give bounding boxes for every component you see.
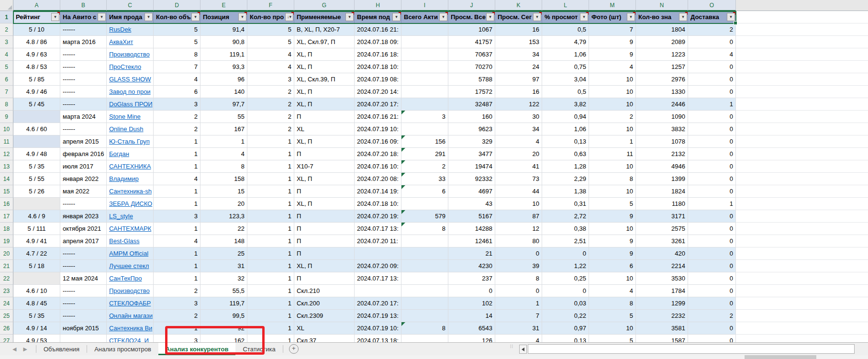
cell-J25[interactable]: 14 [448,310,495,322]
cell-I11[interactable]: 156 [401,135,448,148]
cell-A23[interactable]: 4.6 / 10 [13,285,60,297]
cell-M9[interactable]: 2 [589,111,636,123]
cell-G25[interactable]: Скл.2309 [294,310,355,322]
cell-I19[interactable] [401,235,448,247]
cell-M5[interactable]: 4 [589,61,636,73]
cell-E14[interactable]: 158 [200,173,247,185]
cell-J5[interactable]: 70270 [448,61,495,73]
cell-J17[interactable]: 5167 [448,210,495,223]
column-letter-B[interactable]: B [60,0,107,11]
cell-B27[interactable] [60,335,107,342]
filter-dropdown-button[interactable]: ▾ [98,13,106,21]
cell-N2[interactable]: 1804 [636,23,688,36]
cell-I25[interactable] [401,310,448,322]
cell-C22[interactable]: СанТехПро [107,272,154,285]
cell-L15[interactable]: 1,38 [542,185,589,198]
cell-C13[interactable]: САНТЕХНИКА [107,160,154,173]
cell-M15[interactable]: 10 [589,185,636,198]
cell-F17[interactable]: 1 [247,210,294,223]
seller-link[interactable]: Ю-Сталь Груп [109,138,150,145]
cell-I10[interactable] [401,123,448,135]
cell-I27[interactable] [401,335,448,342]
cell-N8[interactable]: 2446 [636,98,688,111]
seller-link[interactable]: Лучшее стекл [109,262,149,269]
cell-M12[interactable]: 11 [589,148,636,160]
cell-F24[interactable]: 1 [247,297,294,310]
column-letter-L[interactable]: L [542,0,589,11]
cell-L11[interactable]: 0,13 [542,135,589,148]
seller-link[interactable]: ЗЕБРА ДИСКО [109,200,152,207]
cell-A20[interactable]: 4.7 / 22 [13,247,60,260]
cell-G13[interactable]: X10-7 [294,160,355,173]
cell-F26[interactable]: 1 [247,322,294,335]
cell-E20[interactable]: 25 [200,247,247,260]
seller-link[interactable]: Сантехника Ви [109,325,152,332]
column-letter-A[interactable]: A [13,0,60,11]
cell-B21[interactable]: ------ [60,260,107,272]
cell-G9[interactable]: П [294,111,355,123]
cell-G24[interactable]: Скл.200 [294,297,355,310]
cell-E10[interactable]: 167 [200,123,247,135]
cell-D9[interactable]: 2 [154,111,200,123]
filter-dropdown-button[interactable]: ▾ [679,13,687,21]
cell-K14[interactable]: 73 [495,173,542,185]
cell-D5[interactable]: 7 [154,61,200,73]
row-number-27[interactable]: 27 [0,335,13,342]
cell-M20[interactable]: 9 [589,247,636,260]
cell-H20[interactable] [355,247,401,260]
seller-link[interactable]: ПроСтекло [109,63,141,70]
cell-L18[interactable]: 0,38 [542,223,589,235]
cell-G10[interactable]: XL [294,123,355,135]
filter-dropdown-button[interactable]: ▾ [627,13,635,21]
cell-M24[interactable]: 8 [589,297,636,310]
cell-N20[interactable]: 420 [636,247,688,260]
row-number-23[interactable]: 23 [0,285,13,297]
cell-C2[interactable]: RusDek [107,23,154,36]
cell-E17[interactable]: 123,3 [200,210,247,223]
cell-D21[interactable]: 1 [154,260,200,272]
cell-F11[interactable]: 1 [247,135,294,148]
cell-O14[interactable]: 0 [688,173,736,185]
cell-B7[interactable]: ------ [60,86,107,98]
cell-A15[interactable]: 5 / 26 [13,185,60,198]
cell-N3[interactable]: 2089 [636,36,688,48]
header-cell-H[interactable]: Время под▾ [355,11,401,23]
cell-J14[interactable]: 92332 [448,173,495,185]
row-number-6[interactable]: 6 [0,73,13,86]
cell-I3[interactable] [401,36,448,48]
cell-O25[interactable]: 2 [688,310,736,322]
cell-F4[interactable]: 4 [247,48,294,61]
cell-N11[interactable]: 1078 [636,135,688,148]
cell-A19[interactable]: 4.9 / 41 [13,235,60,247]
header-cell-G[interactable]: Применяемые▾ [294,11,355,23]
cell-A2[interactable]: 5 / 10 [13,23,60,36]
next-sheet-icon[interactable]: ▶ [23,346,27,352]
cell-H2[interactable]: 2024.07.16 21: [355,23,401,36]
cell-K15[interactable]: 44 [495,185,542,198]
cell-N9[interactable]: 1090 [636,111,688,123]
cell-K27[interactable]: 4 [495,335,542,342]
cell-N26[interactable]: 3581 [636,322,688,335]
cell-G11[interactable]: XL, П [294,135,355,148]
cell-K12[interactable]: 20 [495,148,542,160]
cell-H5[interactable]: 2024.07.18 10: [355,61,401,73]
cell-M4[interactable]: 9 [589,48,636,61]
cell-G20[interactable]: П [294,247,355,260]
row-number-22[interactable]: 22 [0,272,13,285]
cell-K21[interactable]: 39 [495,260,542,272]
cell-K24[interactable]: 1 [495,297,542,310]
seller-link[interactable]: Онлайн магази [109,312,153,319]
cell-K2[interactable]: 16 [495,23,542,36]
select-all-corner[interactable] [0,0,13,11]
header-cell-N[interactable]: Кол-во зна▾ [636,11,688,23]
cell-F23[interactable]: 1 [247,285,294,297]
cell-O12[interactable]: 0 [688,148,736,160]
seller-link[interactable]: Stone Mine [109,113,141,120]
cell-G27[interactable]: Скл.37 [294,335,355,342]
header-cell-B[interactable]: На Авито с▾ [60,11,107,23]
cell-C3[interactable]: АкваХит [107,36,154,48]
cell-B12[interactable]: февраля 2016 [60,148,107,160]
cell-J6[interactable]: 5788 [448,73,495,86]
cell-O19[interactable]: 0 [688,235,736,247]
cell-N17[interactable]: 3171 [636,210,688,223]
